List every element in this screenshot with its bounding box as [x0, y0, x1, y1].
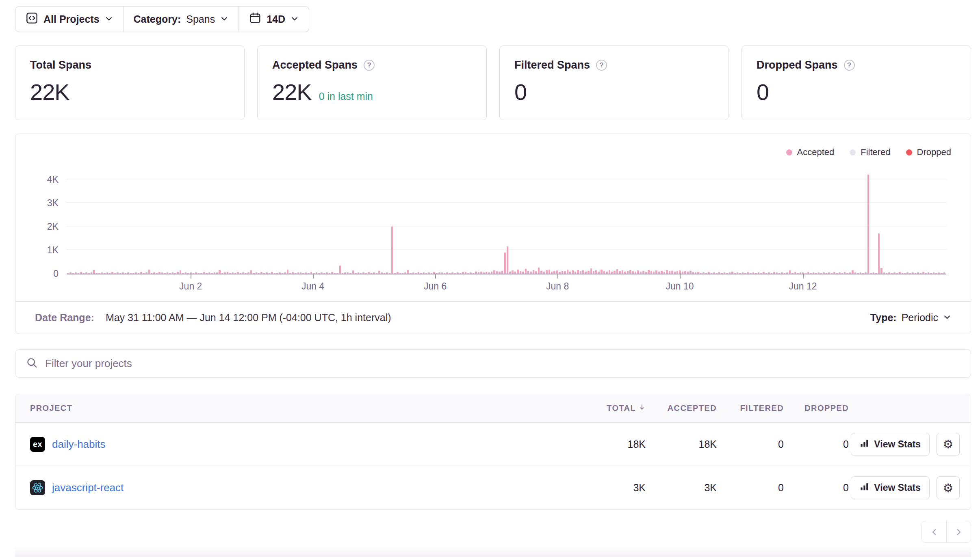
bar: [642, 271, 644, 274]
bar: [778, 273, 780, 274]
bar: [444, 273, 445, 274]
bar: [700, 273, 702, 274]
bar: [237, 272, 238, 274]
bar: [525, 269, 527, 274]
projects-filter-label: All Projects: [43, 13, 100, 25]
bar: [310, 272, 312, 274]
next-page-button[interactable]: [946, 521, 971, 542]
bar: [410, 273, 411, 274]
x-axis-label: Jun 6: [424, 281, 447, 292]
column-header-accepted[interactable]: ACCEPTED: [646, 404, 717, 413]
bar: [590, 268, 592, 274]
bar-chart-icon: [860, 482, 869, 494]
bar: [172, 272, 173, 274]
help-icon[interactable]: ?: [844, 60, 855, 71]
chevron-down-icon: [105, 13, 113, 25]
chevron-down-icon: [291, 13, 299, 25]
bar: [467, 273, 469, 274]
bar: [906, 272, 908, 274]
bar: [418, 272, 419, 274]
bar: [517, 270, 518, 274]
bar: [549, 270, 550, 274]
type-dropdown[interactable]: Type: Periodic: [870, 312, 951, 324]
bar: [747, 272, 749, 274]
category-filter-value: Spans: [186, 13, 215, 25]
bar: [820, 273, 822, 274]
card-title: Accepted Spans ?: [272, 59, 472, 71]
project-settings-button[interactable]: ⚙: [937, 433, 960, 456]
projects-icon: [26, 12, 38, 27]
view-stats-button[interactable]: View Stats: [851, 476, 930, 499]
bar: [431, 273, 432, 274]
bar: [616, 269, 618, 274]
column-header-dropped[interactable]: DROPPED: [784, 404, 849, 413]
bar: [807, 272, 809, 274]
project-link[interactable]: javascript-react: [52, 481, 124, 494]
dropped-cell: 0: [784, 482, 849, 494]
bar: [671, 271, 673, 274]
column-header-total[interactable]: TOTAL: [585, 404, 646, 413]
bar: [407, 270, 409, 274]
bar: [316, 272, 317, 274]
legend-item-filtered[interactable]: Filtered: [850, 147, 890, 158]
bar: [697, 272, 699, 274]
bar: [627, 271, 629, 274]
bar: [609, 270, 610, 274]
bar: [742, 272, 744, 274]
bar: [214, 272, 215, 274]
x-axis-tick: [557, 274, 558, 278]
projects-filter-button[interactable]: All Projects: [15, 6, 123, 32]
bar: [438, 272, 440, 274]
bar: [933, 272, 934, 274]
bar: [279, 272, 280, 274]
legend-dot: [786, 149, 792, 155]
bar: [276, 273, 278, 274]
help-icon[interactable]: ?: [596, 60, 607, 71]
bar: [744, 273, 746, 274]
help-icon[interactable]: ?: [364, 60, 375, 71]
bar: [514, 272, 516, 274]
bar: [164, 273, 165, 274]
bar: [258, 273, 260, 274]
bar: [404, 272, 406, 274]
bar: [83, 273, 85, 274]
chevron-down-icon: [220, 13, 228, 25]
bar: [305, 272, 307, 274]
column-header-filtered[interactable]: FILTERED: [717, 404, 784, 413]
x-axis-tick: [680, 274, 681, 278]
bar: [930, 273, 932, 274]
legend-item-accepted[interactable]: Accepted: [786, 147, 835, 158]
bar: [253, 273, 254, 274]
bar: [867, 175, 869, 274]
bar: [122, 272, 124, 274]
bar: [619, 271, 620, 274]
bar: [857, 273, 859, 274]
bar: [938, 272, 940, 274]
date-range-button[interactable]: 14D: [239, 6, 309, 32]
bar: [227, 272, 228, 274]
bar: [629, 270, 631, 274]
view-stats-button[interactable]: View Stats: [851, 433, 930, 456]
column-header-project[interactable]: PROJECT: [15, 404, 585, 413]
bar: [611, 272, 613, 274]
bar: [451, 272, 453, 274]
legend-item-dropped[interactable]: Dropped: [906, 147, 951, 158]
gear-icon: ⚙: [943, 437, 954, 451]
previous-page-button[interactable]: [922, 521, 946, 542]
bar: [69, 272, 71, 274]
search-input[interactable]: [45, 357, 960, 370]
bar: [300, 272, 301, 274]
project-settings-button[interactable]: ⚙: [937, 476, 960, 499]
category-filter-button[interactable]: Category: Spans: [124, 6, 239, 32]
column-header-total-label: TOTAL: [607, 404, 636, 413]
type-value: Periodic: [902, 312, 938, 324]
bar: [297, 272, 299, 274]
bar: [256, 272, 257, 274]
card-title-text: Accepted Spans: [272, 59, 358, 71]
bar: [145, 272, 147, 274]
bar: [454, 273, 456, 274]
bar: [601, 270, 602, 274]
project-link[interactable]: daily-habits: [52, 438, 106, 451]
bar: [546, 270, 547, 274]
bar: [915, 273, 916, 274]
